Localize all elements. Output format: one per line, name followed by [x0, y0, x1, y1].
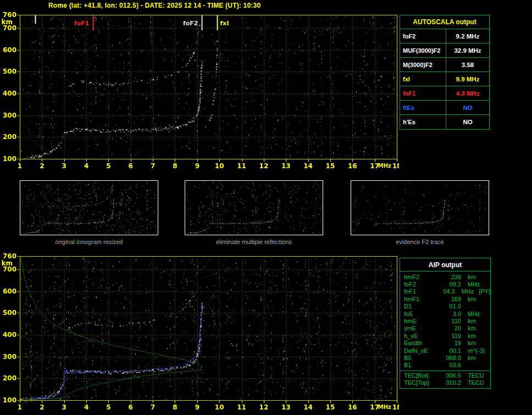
autoscala-row-fxI: fxI9.9 MHz: [400, 72, 489, 86]
aip-row-DelN_vE: DelN_vE00.1m^(-3): [400, 347, 490, 354]
aip-row-label: TEC[Bot]: [404, 372, 439, 379]
autoscala-row-value: 32.9 MHz: [446, 43, 489, 57]
aip-row-label: hmF2: [404, 274, 439, 280]
aip-row-unit: TECU: [461, 379, 484, 386]
aip-row-label: TEC[Top]: [404, 379, 439, 386]
autoscala-row-MUF(3000)F2: MUF(3000)F232.9 MHz: [400, 43, 489, 58]
ionogram-bottom-canvas: [0, 250, 399, 415]
aip-row-unit: km: [461, 325, 476, 331]
aip-row-B1: B103.6: [400, 362, 490, 369]
autoscala-row-value: NO: [446, 115, 489, 129]
station-date-header: Rome (lat: +41.8, lon: 012.5) - DATE: 20…: [48, 2, 261, 9]
autoscala-row-foF1: foF14.3 MHz: [400, 86, 489, 101]
aip-row-value: 20: [439, 325, 461, 331]
thumbnail-f2-trace-canvas: [351, 180, 489, 235]
aip-row-value: 03.6: [439, 362, 461, 368]
autoscala-row-label: fxI: [400, 72, 446, 86]
aip-row-label: hmE: [404, 318, 439, 324]
autoscala-row-h'Es: h'EsNO: [400, 115, 489, 129]
autoscala-row-label: foF1: [400, 86, 446, 100]
aip-output-table: AIP output hmF2238kmfoF209.2MHzfoF104.3M…: [400, 258, 491, 389]
thumbnail-original-canvas: [20, 180, 158, 235]
aip-row-label: DelN_vE: [404, 347, 439, 354]
aip-row-h_vE: h_vE119km: [400, 332, 490, 339]
aip-row-value: 19: [439, 340, 461, 346]
aip-row-label: foF1: [404, 288, 435, 295]
thumbnail-original-caption: original ionogram resized: [20, 239, 158, 245]
aip-row-unit: MHz: [461, 311, 480, 317]
autoscala-row-label: h'Es: [400, 115, 446, 129]
aip-row-label: hmF1: [404, 296, 439, 302]
autoscala-row-value: 9.9 MHz: [446, 72, 489, 86]
aip-row-hmF2: hmF2238km: [400, 273, 490, 280]
aip-table-title: AIP output: [400, 258, 490, 272]
aip-row-label: B0: [404, 355, 439, 361]
aip-row-foF2: foF209.2MHz: [400, 280, 490, 287]
aip-row-unit: MHz: [461, 281, 480, 287]
aip-row-extra: [PY]: [474, 288, 490, 295]
autoscala-row-value: 9.2 MHz: [446, 29, 489, 43]
aip-row-label: Ewidth: [404, 340, 439, 346]
aip-row-unit: TECU: [461, 372, 484, 379]
thumbnail-multiple-reflections-canvas: [185, 180, 323, 235]
aip-row-TEC[Bot]: TEC[Bot]006.5TECU: [400, 370, 490, 379]
aip-row-unit: km: [461, 274, 476, 280]
aip-row-unit: km: [461, 296, 476, 302]
aip-row-ymE: ymE20km: [400, 325, 490, 332]
aip-row-label: foE: [404, 311, 439, 317]
thumbnail-multiple-reflections-caption: eliminate multiple reflections: [185, 239, 323, 245]
aip-row-unit: MHz: [455, 288, 474, 295]
aip-row-TEC[Top]: TEC[Top]010.2TECU: [400, 379, 490, 386]
aip-row-hmF1: hmF1169km: [400, 295, 490, 302]
autoscala-table-rows: foF29.2 MHzMUF(3000)F232.9 MHzM(3000)F23…: [400, 29, 489, 129]
autoscala-row-label: M(3000)F2: [400, 58, 446, 71]
aip-row-value: 09.2: [439, 281, 461, 287]
aip-row-unit: km: [461, 318, 476, 324]
aip-row-Ewidth: Ewidth19km: [400, 340, 490, 347]
aip-row-unit: km: [461, 355, 476, 361]
aip-row-value: 169: [439, 296, 461, 302]
thumbnail-multiple-reflections: eliminate multiple reflections: [185, 180, 323, 245]
thumbnail-f2-trace-caption: evidence F2 trace: [351, 239, 489, 245]
aip-row-label: foF2: [404, 281, 439, 287]
autoscala-row-value: 4.3 MHz: [446, 86, 489, 100]
autoscala-row-value: 3.58: [446, 58, 489, 71]
aip-row-value: 04.3: [435, 288, 455, 295]
autoscala-row-foF2: foF29.2 MHz: [400, 29, 489, 43]
thumbnail-f2-trace: evidence F2 trace: [351, 180, 489, 245]
autoscala-row-ftEs: ftEsNO: [400, 101, 489, 115]
aip-row-B0: B0068.0km: [400, 354, 490, 361]
aip-row-value: 068.0: [439, 355, 461, 361]
autoscala-output-table: AUTOSCALA output foF29.2 MHzMUF(3000)F23…: [400, 15, 490, 130]
aip-row-unit: km: [461, 333, 476, 339]
autoscala-row-label: ftEs: [400, 101, 446, 114]
aip-row-D1: D101.0: [400, 303, 490, 310]
aip-row-label: ymE: [404, 325, 439, 331]
aip-row-unit: km: [461, 340, 476, 346]
aip-row-value: 01.0: [439, 303, 461, 309]
aip-row-value: 006.5: [439, 372, 461, 379]
autoscala-row-label: foF2: [400, 29, 446, 43]
aip-row-foE: foE3.0MHz: [400, 310, 490, 317]
aip-table-rows: hmF2238kmfoF209.2MHzfoF104.3MHz[PY]hmF11…: [400, 273, 490, 386]
aip-row-hmE: hmE110km: [400, 317, 490, 324]
thumbnail-original-ionogram: original ionogram resized: [20, 180, 158, 245]
autoscala-screen: { "header": { "title": "Rome (lat: +41.8…: [0, 0, 532, 415]
aip-row-value: 00.1: [439, 347, 461, 354]
aip-row-value: 110: [439, 318, 461, 324]
aip-row-label: h_vE: [404, 333, 439, 339]
aip-row-label: B1: [404, 362, 439, 368]
aip-row-value: 3.0: [439, 311, 461, 317]
aip-row-value: 238: [439, 274, 461, 280]
aip-row-label: D1: [404, 303, 439, 309]
autoscala-table-title: AUTOSCALA output: [400, 15, 489, 29]
ionogram-top-canvas: [0, 9, 399, 174]
autoscala-row-label: MUF(3000)F2: [400, 43, 446, 57]
aip-row-value: 119: [439, 333, 461, 339]
aip-row-foF1: foF104.3MHz[PY]: [400, 288, 490, 295]
autoscala-row-M(3000)F2: M(3000)F23.58: [400, 58, 489, 72]
aip-row-unit: m^(-3): [461, 347, 485, 354]
aip-row-value: 010.2: [439, 379, 461, 386]
autoscala-row-value: NO: [446, 101, 489, 114]
